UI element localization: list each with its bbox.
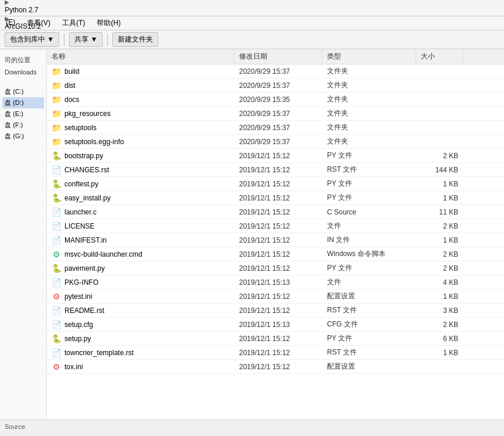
table-row[interactable]: 📁dist2020/9/29 15:37文件夹 (47, 79, 504, 93)
file-name-cell: 📄README.rst (47, 306, 234, 315)
file-date: 2019/12/1 15:12 (234, 292, 322, 301)
file-date: 2020/9/29 15:37 (234, 67, 322, 76)
file-name-cell: 🐍conftest.py (47, 179, 234, 189)
file-type: CFG 文件 (322, 319, 416, 329)
folder-icon: 📁 (52, 67, 61, 76)
file-icon: 📄 (52, 222, 61, 231)
table-row[interactable]: 📄launcher.c2019/12/1 15:12C Source11 KB (47, 205, 504, 219)
file-name: README.rst (64, 306, 104, 315)
file-name: msvc-build-launcher.cmd (64, 250, 142, 258)
table-row[interactable]: 📁setuptools.egg-info2020/9/29 15:37文件夹 (47, 135, 504, 149)
file-icon: 📄 (52, 278, 61, 287)
file-type: 文件 (322, 221, 416, 231)
file-name-cell: 📄towncrier_template.rst (47, 348, 234, 357)
sidebar-location-item[interactable]: Downloads (2, 66, 44, 79)
table-row[interactable]: 🐍setup.py2019/12/1 15:12PY 文件6 KB (47, 332, 504, 346)
file-type: 文件夹 (322, 66, 416, 76)
table-row[interactable]: ⚙tox.ini2019/12/1 15:12配置设置 (47, 360, 504, 374)
file-name: CHANGES.rst (64, 166, 109, 174)
table-row[interactable]: 📁docs2020/9/29 15:35文件夹 (47, 93, 504, 107)
file-name-cell: 📁dist (47, 81, 234, 90)
table-row[interactable]: ⚙pytest.ini2019/12/1 15:12配置设置1 KB (47, 289, 504, 304)
menu-item[interactable]: (E) (0, 17, 21, 29)
table-row[interactable]: 📄setup.cfg2019/12/1 15:13CFG 文件2 KB (47, 318, 504, 332)
file-type: IN 文件 (322, 235, 416, 245)
file-name: conftest.py (64, 180, 98, 188)
table-row[interactable]: 📄towncrier_template.rst2019/12/1 15:12RS… (47, 346, 504, 360)
column-header[interactable]: 修改日期 (234, 49, 322, 64)
rst-icon: 📄 (52, 348, 61, 357)
sidebar-drives: 盘 (C:)盘 (D:)盘 (E:)盘 (F:)盘 (G:) (2, 86, 44, 142)
file-date: 2019/12/1 15:13 (234, 321, 322, 329)
file-date: 2020/9/29 15:37 (234, 124, 322, 132)
sidebar-drive-item[interactable]: 盘 (F:) (2, 120, 44, 131)
file-name-cell: 🐍bootstrap.py (47, 151, 234, 161)
rst-icon: 📄 (52, 165, 61, 175)
file-name: docs (64, 96, 79, 104)
sidebar-location-item[interactable]: 司的位置 (2, 54, 44, 66)
file-date: 2019/12/1 15:12 (234, 306, 322, 315)
file-date: 2020/9/29 15:37 (234, 138, 322, 146)
column-header[interactable]: 名称 (47, 49, 234, 64)
column-header[interactable]: 类型 (322, 49, 416, 64)
column-header[interactable]: 大小 (416, 49, 463, 64)
rst-icon: 📄 (52, 306, 61, 315)
file-name-cell: 🐍easy_install.py (47, 193, 234, 203)
breadcrumb-item[interactable]: Python 2.7 (5, 6, 59, 14)
folder-icon: 📁 (52, 109, 61, 118)
sidebar-drive-item[interactable]: 盘 (D:) (2, 97, 44, 108)
menu-item[interactable]: 工具(T) (56, 17, 91, 29)
file-name: pkg_resources (64, 110, 111, 118)
sidebar-drive-item[interactable]: 盘 (C:) (2, 86, 44, 97)
file-date: 2019/12/1 15:12 (234, 250, 322, 258)
table-row[interactable]: 📄PKG-INFO2019/12/1 15:13文件4 KB (47, 275, 504, 289)
toolbar-button[interactable]: 共享 ▼ (69, 32, 103, 47)
file-name-cell: ⚙tox.ini (47, 362, 234, 372)
breadcrumb-sep: ▶ (5, 0, 9, 5)
table-row[interactable]: ⚙msvc-build-launcher.cmd2019/12/1 15:12W… (47, 247, 504, 261)
table-row[interactable]: 📄CHANGES.rst2019/12/1 15:12RST 文件144 KB (47, 163, 504, 177)
file-date: 2019/12/1 15:12 (234, 208, 322, 216)
file-size: 1 KB (416, 236, 463, 244)
file-size: 3 KB (416, 306, 463, 315)
file-name-cell: 📄setup.cfg (47, 320, 234, 329)
file-date: 2019/12/1 15:12 (234, 236, 322, 244)
py-icon: 🐍 (52, 193, 61, 203)
file-type: PY 文件 (322, 333, 416, 343)
sidebar-drive-item[interactable]: 盘 (G:) (2, 131, 44, 142)
sidebar-drive-item[interactable]: 盘 (E:) (2, 108, 44, 120)
ini-icon: ⚙ (52, 362, 61, 372)
file-name-cell: 📁pkg_resources (47, 109, 234, 118)
table-row[interactable]: 🐍conftest.py2019/12/1 15:12PY 文件1 KB (47, 177, 504, 191)
file-name: setup.cfg (64, 321, 93, 329)
file-type: RST 文件 (322, 165, 416, 175)
file-size: 1 KB (416, 194, 463, 202)
table-row[interactable]: 📁pkg_resources2020/9/29 15:37文件夹 (47, 107, 504, 121)
file-size: 2 KB (416, 264, 463, 272)
toolbar-button[interactable]: 新建文件夹 (113, 32, 158, 47)
table-row[interactable]: 📄LICENSE2019/12/1 15:12文件2 KB (47, 219, 504, 233)
file-name-cell: 📁setuptools.egg-info (47, 137, 234, 147)
file-date: 2019/12/1 15:12 (234, 222, 322, 230)
file-name-cell: ⚙pytest.ini (47, 292, 234, 301)
table-row[interactable]: 🐍easy_install.py2019/12/1 15:12PY 文件1 KB (47, 191, 504, 205)
folder-icon: 📁 (52, 81, 61, 90)
table-row[interactable]: 📁build2020/9/29 15:37文件夹 (47, 64, 504, 79)
file-type: C Source (322, 208, 416, 216)
file-name: pytest.ini (64, 292, 92, 301)
file-name: dist (64, 81, 76, 90)
file-list-container[interactable]: 名称修改日期类型大小 📁build2020/9/29 15:37文件夹📁dist… (47, 49, 504, 420)
menu-item[interactable]: 查看(V) (21, 17, 56, 29)
menu-item[interactable]: 帮助(H) (91, 17, 127, 29)
toolbar-button[interactable]: 包含到库中 ▼ (5, 32, 59, 47)
folder-icon: 📁 (52, 123, 61, 132)
table-row[interactable]: 🐍bootstrap.py2019/12/1 15:12PY 文件2 KB (47, 149, 504, 163)
file-date: 2019/12/1 15:12 (234, 152, 322, 160)
file-name-cell: 📁build (47, 67, 234, 76)
table-row[interactable]: 📄README.rst2019/12/1 15:12RST 文件3 KB (47, 304, 504, 318)
table-row[interactable]: 🐍pavement.py2019/12/1 15:12PY 文件2 KB (47, 261, 504, 275)
file-name: MANIFEST.in (64, 236, 107, 244)
table-row[interactable]: 📁setuptools2020/9/29 15:37文件夹 (47, 121, 504, 135)
toolbar-separator (107, 34, 108, 46)
table-row[interactable]: 📄MANIFEST.in2019/12/1 15:12IN 文件1 KB (47, 233, 504, 247)
